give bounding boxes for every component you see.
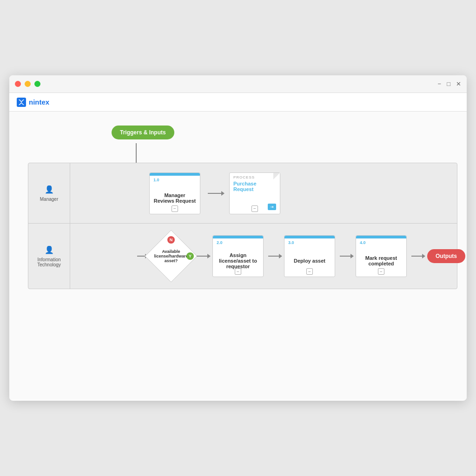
- task3-number: 3.0: [284, 238, 335, 246]
- arrow-decision-task2: [197, 256, 208, 257]
- arrowhead1: [221, 191, 225, 196]
- task-manager-reviews[interactable]: 1.0 Manager Reviews Request −: [149, 172, 200, 214]
- swimlane-it-label: 👤 Information Technology: [28, 224, 70, 289]
- manager-lane-name: Manager: [40, 197, 58, 202]
- maximize-icon[interactable]: □: [447, 80, 450, 87]
- close-button[interactable]: [15, 81, 21, 87]
- outputs-pill[interactable]: Outputs: [427, 249, 465, 263]
- task4-number: 4.0: [356, 238, 406, 246]
- process-label: PROCESS: [230, 173, 280, 180]
- window-controls-right: − □ ✕: [438, 80, 461, 87]
- process-link-icon[interactable]: ⇥: [268, 204, 276, 210]
- diamond-no-badge: N: [167, 236, 175, 244]
- app-window: − □ ✕ nintex Triggers & Inputs 👤 Manag: [9, 75, 467, 401]
- task-mark-completed[interactable]: 4.0 Mark request completed −: [356, 235, 407, 277]
- arrowhead4: [350, 254, 354, 258]
- task2-collapse[interactable]: −: [235, 268, 241, 275]
- arrow-task2-task3: [268, 256, 279, 257]
- task2-number: 2.0: [213, 238, 263, 246]
- task4-collapse[interactable]: −: [378, 268, 384, 275]
- task-deploy-asset[interactable]: 3.0 Deploy asset −: [284, 235, 335, 277]
- titlebar: − □ ✕: [9, 75, 467, 93]
- it-lane-content: Available license/hardware asset? N Y 2.…: [70, 224, 467, 289]
- arrowhead2: [207, 254, 211, 258]
- arrow-task4-outputs: [411, 256, 423, 257]
- process-collapse[interactable]: −: [251, 205, 258, 212]
- close-icon[interactable]: ✕: [456, 80, 461, 87]
- task-assign-asset[interactable]: 2.0 Assign license/asset to requestor −: [212, 235, 264, 277]
- it-lane-name: Information Technology: [32, 257, 66, 267]
- swimlane-manager: 👤 Manager 1.0 Manager Reviews Request −: [28, 163, 457, 224]
- logo-text: nintex: [29, 98, 49, 106]
- minimize-icon[interactable]: −: [438, 80, 442, 87]
- swimlane-it: 👤 Information Technology Available licen…: [28, 224, 457, 289]
- arrowhead3: [279, 254, 282, 258]
- diamond-yes-badge: Y: [186, 252, 194, 260]
- arrow-task1-process: [208, 193, 222, 194]
- canvas-area: Triggers & Inputs 👤 Manager 1.0 Manager …: [9, 112, 467, 400]
- task3-collapse[interactable]: −: [306, 268, 313, 275]
- svg-rect-0: [17, 98, 26, 107]
- nintex-x-icon: [17, 98, 26, 107]
- task1-collapse[interactable]: −: [172, 205, 178, 212]
- swimlanes-container: 👤 Manager 1.0 Manager Reviews Request −: [28, 163, 457, 289]
- manager-person-icon: 👤: [45, 185, 54, 194]
- maximize-button[interactable]: [34, 81, 40, 87]
- decision-available-asset[interactable]: Available license/hardware asset? N Y: [150, 235, 192, 277]
- menubar: nintex: [9, 93, 467, 112]
- swimlane-manager-label: 👤 Manager: [28, 163, 70, 223]
- it-person-icon: 👤: [45, 245, 54, 254]
- process-purchase-request[interactable]: PROCESS Purchase Request ⇥ −: [229, 172, 280, 214]
- nintex-logo: nintex: [17, 98, 49, 107]
- minimize-button[interactable]: [25, 81, 31, 87]
- arrowhead5: [422, 254, 425, 258]
- task1-number: 1.0: [150, 176, 200, 183]
- arrow-task3-task4: [340, 256, 351, 257]
- manager-lane-content: 1.0 Manager Reviews Request − PROCESS Pu…: [70, 163, 457, 223]
- triggers-pill[interactable]: Triggers & Inputs: [112, 126, 174, 139]
